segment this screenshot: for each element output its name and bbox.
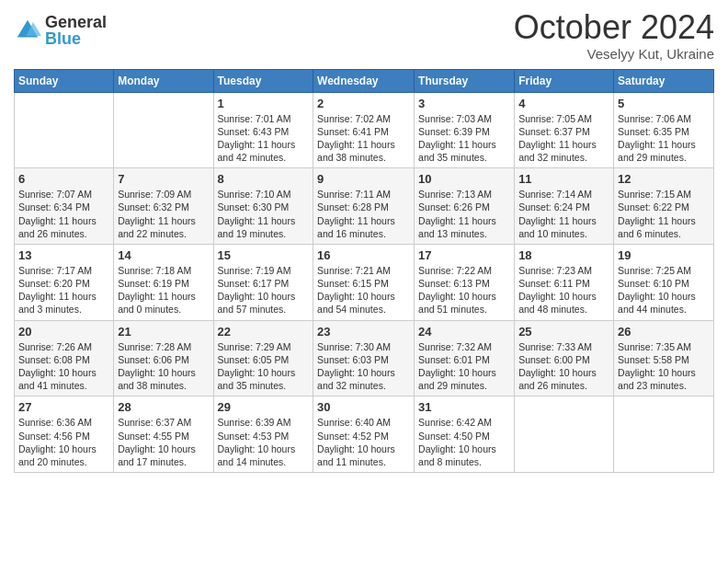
calendar-table: SundayMondayTuesdayWednesdayThursdayFrid… [14,69,714,473]
calendar-cell: 15Sunrise: 7:19 AM Sunset: 6:17 PM Dayli… [213,244,313,320]
location: Veselyy Kut, Ukraine [514,46,714,62]
day-info: Sunrise: 7:29 AM Sunset: 6:05 PM Dayligh… [218,340,310,393]
day-number: 17 [418,248,510,262]
day-number: 8 [218,172,310,186]
calendar-cell: 4Sunrise: 7:05 AM Sunset: 6:37 PM Daylig… [515,92,614,168]
day-number: 24 [418,325,510,339]
day-number: 2 [317,97,410,110]
calendar-cell: 25Sunrise: 7:33 AM Sunset: 6:00 PM Dayli… [515,320,614,396]
day-info: Sunrise: 7:23 AM Sunset: 6:11 PM Dayligh… [518,264,609,316]
logo-text: General Blue [45,14,107,47]
day-info: Sunrise: 7:17 AM Sunset: 6:20 PM Dayligh… [18,264,109,316]
calendar-cell: 5Sunrise: 7:06 AM Sunset: 6:35 PM Daylig… [614,92,714,168]
calendar-cell: 26Sunrise: 7:35 AM Sunset: 5:58 PM Dayli… [614,320,714,396]
day-info: Sunrise: 6:36 AM Sunset: 4:56 PM Dayligh… [18,416,109,468]
day-info: Sunrise: 7:33 AM Sunset: 6:00 PM Dayligh… [518,340,609,393]
header-day-wednesday: Wednesday [313,69,415,92]
calendar-week-3: 13Sunrise: 7:17 AM Sunset: 6:20 PM Dayli… [15,244,714,320]
day-number: 30 [317,400,410,414]
calendar-cell: 1Sunrise: 7:01 AM Sunset: 6:43 PM Daylig… [213,92,313,168]
day-number: 10 [418,172,510,186]
calendar-cell: 29Sunrise: 6:39 AM Sunset: 4:53 PM Dayli… [213,396,313,473]
day-info: Sunrise: 7:28 AM Sunset: 6:06 PM Dayligh… [118,340,209,393]
day-number: 12 [618,172,710,186]
day-info: Sunrise: 7:06 AM Sunset: 6:35 PM Dayligh… [618,112,710,165]
day-info: Sunrise: 7:25 AM Sunset: 6:10 PM Dayligh… [618,264,710,316]
calendar-week-1: 1Sunrise: 7:01 AM Sunset: 6:43 PM Daylig… [15,92,714,168]
day-number: 18 [518,248,609,262]
header-day-friday: Friday [515,69,614,92]
logo-blue: Blue [45,30,107,47]
day-number: 13 [18,248,109,262]
day-info: Sunrise: 7:21 AM Sunset: 6:15 PM Dayligh… [317,264,410,316]
day-info: Sunrise: 7:14 AM Sunset: 6:24 PM Dayligh… [518,188,609,240]
page: General Blue October 2024 Veselyy Kut, U… [0,0,728,563]
calendar-cell: 14Sunrise: 7:18 AM Sunset: 6:19 PM Dayli… [114,244,213,320]
title-area: October 2024 Veselyy Kut, Ukraine [514,9,714,62]
calendar-cell: 19Sunrise: 7:25 AM Sunset: 6:10 PM Dayli… [614,244,714,320]
calendar-cell: 31Sunrise: 6:42 AM Sunset: 4:50 PM Dayli… [415,396,515,473]
day-number: 3 [418,97,510,110]
header-row: SundayMondayTuesdayWednesdayThursdayFrid… [15,69,714,92]
logo-icon [14,17,41,44]
logo-general: General [45,14,107,30]
day-number: 22 [218,325,310,339]
day-number: 15 [218,248,310,262]
calendar-cell: 30Sunrise: 6:40 AM Sunset: 4:52 PM Dayli… [313,396,415,473]
day-number: 25 [518,325,609,339]
calendar-cell: 3Sunrise: 7:03 AM Sunset: 6:39 PM Daylig… [415,92,515,168]
day-number: 27 [18,400,109,414]
header-day-thursday: Thursday [415,69,515,92]
day-info: Sunrise: 7:19 AM Sunset: 6:17 PM Dayligh… [218,264,310,316]
calendar-cell: 11Sunrise: 7:14 AM Sunset: 6:24 PM Dayli… [515,168,614,245]
header-day-tuesday: Tuesday [213,69,313,92]
header-day-saturday: Saturday [614,69,714,92]
header-day-monday: Monday [114,69,213,92]
calendar-cell: 20Sunrise: 7:26 AM Sunset: 6:08 PM Dayli… [15,320,114,396]
calendar-header: SundayMondayTuesdayWednesdayThursdayFrid… [15,69,714,92]
day-number: 21 [118,325,209,339]
header-day-sunday: Sunday [15,69,114,92]
day-info: Sunrise: 7:09 AM Sunset: 6:32 PM Dayligh… [118,188,209,240]
calendar-cell: 8Sunrise: 7:10 AM Sunset: 6:30 PM Daylig… [213,168,313,245]
calendar-cell [15,92,114,168]
logo: General Blue [14,14,107,47]
header: General Blue October 2024 Veselyy Kut, U… [14,9,714,62]
calendar-cell: 23Sunrise: 7:30 AM Sunset: 6:03 PM Dayli… [313,320,415,396]
calendar-cell: 10Sunrise: 7:13 AM Sunset: 6:26 PM Dayli… [415,168,515,245]
calendar-week-4: 20Sunrise: 7:26 AM Sunset: 6:08 PM Dayli… [15,320,714,396]
day-number: 1 [218,97,310,110]
day-info: Sunrise: 7:18 AM Sunset: 6:19 PM Dayligh… [118,264,209,316]
calendar-cell: 22Sunrise: 7:29 AM Sunset: 6:05 PM Dayli… [213,320,313,396]
calendar-cell: 13Sunrise: 7:17 AM Sunset: 6:20 PM Dayli… [15,244,114,320]
calendar-cell: 6Sunrise: 7:07 AM Sunset: 6:34 PM Daylig… [15,168,114,245]
day-number: 4 [518,97,609,110]
day-info: Sunrise: 7:30 AM Sunset: 6:03 PM Dayligh… [317,340,410,393]
day-info: Sunrise: 7:35 AM Sunset: 5:58 PM Dayligh… [618,340,710,393]
day-number: 20 [18,325,109,339]
day-info: Sunrise: 7:26 AM Sunset: 6:08 PM Dayligh… [18,340,109,393]
day-number: 31 [418,400,510,414]
day-number: 7 [118,172,209,186]
day-info: Sunrise: 7:05 AM Sunset: 6:37 PM Dayligh… [518,112,609,165]
day-info: Sunrise: 6:37 AM Sunset: 4:55 PM Dayligh… [118,416,209,468]
calendar-cell: 7Sunrise: 7:09 AM Sunset: 6:32 PM Daylig… [114,168,213,245]
calendar-body: 1Sunrise: 7:01 AM Sunset: 6:43 PM Daylig… [15,92,714,472]
day-info: Sunrise: 6:40 AM Sunset: 4:52 PM Dayligh… [317,416,410,468]
day-number: 19 [618,248,710,262]
day-number: 14 [118,248,209,262]
day-info: Sunrise: 7:10 AM Sunset: 6:30 PM Dayligh… [218,188,310,240]
calendar-week-2: 6Sunrise: 7:07 AM Sunset: 6:34 PM Daylig… [15,168,714,245]
calendar-cell: 16Sunrise: 7:21 AM Sunset: 6:15 PM Dayli… [313,244,415,320]
calendar-cell: 24Sunrise: 7:32 AM Sunset: 6:01 PM Dayli… [415,320,515,396]
calendar-week-5: 27Sunrise: 6:36 AM Sunset: 4:56 PM Dayli… [15,396,714,473]
day-number: 23 [317,325,410,339]
day-info: Sunrise: 7:15 AM Sunset: 6:22 PM Dayligh… [618,188,710,240]
calendar-cell: 12Sunrise: 7:15 AM Sunset: 6:22 PM Dayli… [614,168,714,245]
day-number: 9 [317,172,410,186]
calendar-cell: 17Sunrise: 7:22 AM Sunset: 6:13 PM Dayli… [415,244,515,320]
calendar-cell [515,396,614,473]
day-number: 11 [518,172,609,186]
calendar-cell: 2Sunrise: 7:02 AM Sunset: 6:41 PM Daylig… [313,92,415,168]
day-info: Sunrise: 7:11 AM Sunset: 6:28 PM Dayligh… [317,188,410,240]
